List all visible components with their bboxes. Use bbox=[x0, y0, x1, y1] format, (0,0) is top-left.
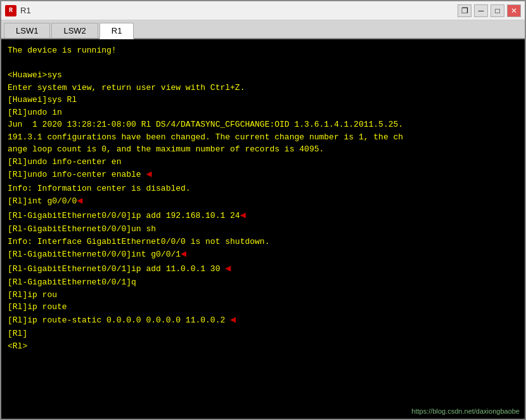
line-1: The device is running! <Huawei>sys Enter… bbox=[8, 46, 403, 351]
terminal-output: The device is running! <Huawei>sys Enter… bbox=[8, 44, 518, 352]
window-title: R1 bbox=[20, 6, 31, 15]
terminal-content: The device is running! <Huawei>sys Enter… bbox=[8, 44, 518, 352]
tab-r1[interactable]: R1 bbox=[99, 23, 134, 39]
close-button[interactable]: ✕ bbox=[507, 4, 521, 17]
tab-lsw1[interactable]: LSW1 bbox=[4, 23, 50, 38]
maximize-button[interactable]: □ bbox=[491, 4, 504, 17]
terminal-area: The device is running! <Huawei>sys Enter… bbox=[1, 39, 525, 419]
main-window: R R1 ❐ ─ □ ✕ LSW1 LSW2 R1 The device is … bbox=[0, 0, 526, 420]
tab-bar: LSW1 LSW2 R1 bbox=[1, 20, 525, 39]
title-bar-left: R R1 bbox=[5, 5, 31, 16]
watermark: https://blog.csdn.net/daxiongbaobe bbox=[411, 407, 520, 415]
app-icon: R bbox=[5, 5, 16, 16]
minimize-button[interactable]: ─ bbox=[474, 4, 488, 17]
restore-button[interactable]: ❐ bbox=[458, 4, 471, 17]
title-bar: R R1 ❐ ─ □ ✕ bbox=[1, 1, 525, 20]
tab-lsw2[interactable]: LSW2 bbox=[51, 23, 98, 38]
title-bar-buttons: ❐ ─ □ ✕ bbox=[458, 4, 521, 17]
